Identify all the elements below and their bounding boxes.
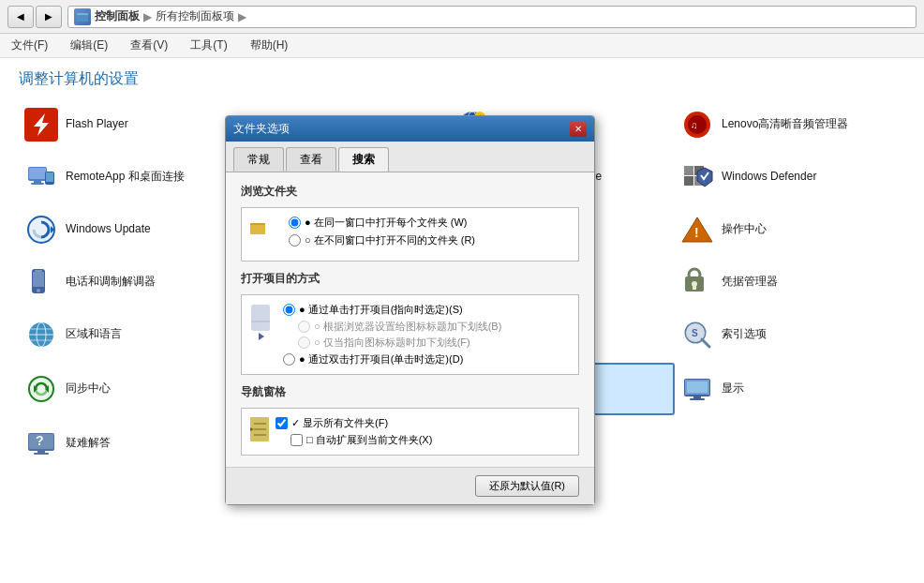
- radio-underline-browser[interactable]: ○ 根据浏览器设置给图标标题加下划线(B): [298, 320, 571, 334]
- svg-rect-40: [684, 176, 693, 186]
- radio-diff-window-label: ○ 在不同窗口中打开不同的文件夹 (R): [305, 233, 475, 247]
- svg-rect-61: [33, 272, 44, 287]
- control-defender[interactable]: Windows Defender: [675, 153, 924, 202]
- flash-player-icon: [24, 108, 58, 142]
- indexing-label: 索引选项: [722, 327, 767, 342]
- breadcrumb-separator: ▶: [143, 10, 152, 23]
- checkbox-expand-current-label: □ 自动扩展到当前文件夹(X): [306, 433, 432, 447]
- dialog-title: 文件夹选项: [233, 121, 290, 137]
- dialog-tab-general[interactable]: 常规: [233, 147, 284, 172]
- control-credential[interactable]: 凭据管理器: [675, 258, 924, 306]
- svg-text:?: ?: [36, 433, 44, 448]
- dialog-section1-title: 浏览文件夹: [241, 184, 579, 200]
- control-region[interactable]: 区域和语言: [19, 310, 234, 359]
- svg-rect-20: [29, 168, 46, 179]
- defender-icon: [680, 160, 714, 194]
- radio-same-window[interactable]: ● 在同一窗口中打开每个文件夹 (W): [289, 216, 475, 230]
- flash-player-label: Flash Player: [66, 117, 128, 132]
- nav-buttons: ◀ ▶: [7, 6, 62, 28]
- control-flash-player[interactable]: Flash Player: [19, 100, 234, 149]
- svg-rect-111: [690, 398, 705, 400]
- display-icon: [680, 372, 714, 406]
- folder-browse-icon: [249, 218, 276, 245]
- control-phone[interactable]: 电话和调制解调器: [19, 258, 234, 306]
- checkbox-show-all-label: ✓ 显示所有文件夹(F): [291, 416, 388, 430]
- dialog-tab-search[interactable]: 搜索: [338, 147, 389, 172]
- breadcrumb-allitems[interactable]: 所有控制面板项: [156, 8, 234, 24]
- forward-button[interactable]: ▶: [36, 6, 62, 28]
- menu-edit[interactable]: 编辑(E): [67, 36, 112, 55]
- breadcrumb-separator2: ▶: [238, 10, 246, 23]
- winupdate-icon: [24, 213, 58, 247]
- radio-double-click[interactable]: ● 通过双击打开项目(单击时选定)(D): [283, 352, 571, 366]
- svg-rect-38: [684, 166, 693, 175]
- svg-text:♫: ♫: [691, 120, 698, 130]
- menu-help[interactable]: 帮助(H): [246, 36, 292, 55]
- radio-diff-window-input[interactable]: [289, 234, 301, 247]
- checkbox-show-all[interactable]: ✓ 显示所有文件夹(F): [276, 416, 432, 430]
- phone-icon: [24, 265, 58, 299]
- radio-double-click-label: ● 通过双击打开项目(单击时选定)(D): [299, 352, 463, 366]
- svg-rect-119: [250, 225, 265, 234]
- browse-radio-group: ● 在同一窗口中打开每个文件夹 (W) ○ 在不同窗口中打开不同的文件夹 (R): [289, 216, 475, 247]
- breadcrumb-controlpanel[interactable]: 控制面板: [95, 8, 140, 24]
- sync-icon: [24, 372, 58, 406]
- control-panel-grid: Flash Player iCloud ★ I: [0, 97, 924, 471]
- control-indexing[interactable]: S 索引选项: [675, 310, 924, 359]
- remoteapp-icon: [24, 160, 58, 194]
- phone-label: 电话和调制解调器: [66, 275, 156, 290]
- radio-underline-browser-label: ○ 根据浏览器设置给图标标题加下划线(B): [314, 320, 501, 334]
- control-winupdate[interactable]: Windows Update: [19, 205, 234, 254]
- control-lenovo[interactable]: ♫ Lenovo高清晰音频管理器: [675, 100, 924, 149]
- checkbox-expand-current[interactable]: □ 自动扩展到当前文件夹(X): [291, 433, 432, 447]
- dialog-body: 浏览文件夹 ● 在同一窗口中打开每个文件夹 (W) ○: [226, 172, 594, 467]
- menu-file[interactable]: 文件(F): [7, 36, 52, 55]
- control-troubleshoot[interactable]: ? 疑难解答: [19, 419, 234, 468]
- remoteapp-label: RemoteApp 和桌面连接: [66, 170, 185, 185]
- lenovo-icon: ♫: [680, 108, 714, 142]
- lenovo-label: Lenovo高清晰音频管理器: [722, 117, 848, 132]
- dialog-tab-view[interactable]: 查看: [286, 147, 336, 172]
- menu-view[interactable]: 查看(V): [127, 36, 171, 55]
- svg-marker-122: [259, 333, 264, 340]
- svg-rect-120: [251, 305, 270, 331]
- radio-single-click-label: ● 通过单击打开项目(指向时选定)(S): [299, 303, 463, 317]
- radio-diff-window[interactable]: ○ 在不同窗口中打开不同的文件夹 (R): [289, 233, 475, 247]
- dialog-section2-title: 打开项目的方式: [241, 271, 579, 287]
- folder-options-dialog: 文件夹选项 ✕ 常规 查看 搜索 浏览文件夹 ● 在同一窗口中打开: [225, 115, 595, 505]
- page-title-bar: 调整计算机的设置: [0, 58, 924, 97]
- nav-tree-icon: [249, 416, 270, 442]
- control-remoteapp[interactable]: RemoteApp 和桌面连接: [19, 153, 234, 202]
- restore-defaults-button[interactable]: 还原为默认值(R): [475, 475, 579, 497]
- dialog-footer: 还原为默认值(R): [226, 467, 594, 504]
- action-label: 操作中心: [722, 222, 767, 237]
- control-display[interactable]: 显示: [675, 363, 924, 415]
- address-bar: ◀ ▶ 控制面板 ▶ 所有控制面板项 ▶: [0, 0, 924, 34]
- svg-rect-112: [687, 381, 708, 393]
- menu-tools[interactable]: 工具(T): [186, 36, 231, 55]
- dialog-close-button[interactable]: ✕: [570, 122, 587, 137]
- menu-bar: 文件(F) 编辑(E) 查看(V) 工具(T) 帮助(H): [0, 34, 924, 58]
- svg-rect-22: [31, 183, 44, 185]
- svg-line-96: [702, 339, 709, 347]
- region-label: 区域和语言: [66, 327, 122, 342]
- troubleshoot-label: 疑难解答: [66, 436, 111, 451]
- radio-single-click[interactable]: ● 通过单击打开项目(指向时选定)(S): [283, 303, 571, 317]
- svg-rect-74: [693, 286, 696, 290]
- radio-same-window-input[interactable]: [289, 217, 301, 229]
- page-title: 调整计算机的设置: [19, 70, 139, 86]
- svg-text:S: S: [692, 328, 698, 338]
- control-action[interactable]: ! 操作中心: [675, 205, 924, 254]
- back-button[interactable]: ◀: [7, 6, 34, 28]
- dialog-titlebar: 文件夹选项 ✕: [226, 116, 594, 142]
- svg-text:!: !: [694, 225, 699, 240]
- winupdate-label: Windows Update: [66, 222, 151, 237]
- control-sync[interactable]: 同步中心: [19, 363, 234, 415]
- dialog-section3-title: 导航窗格: [241, 384, 579, 400]
- click-icon: [249, 303, 276, 340]
- radio-underline-hover[interactable]: ○ 仅当指向图标标题时加下划线(F): [298, 336, 571, 350]
- radio-underline-hover-label: ○ 仅当指向图标标题时加下划线(F): [314, 336, 470, 350]
- display-label: 显示: [722, 381, 744, 396]
- action-icon: !: [680, 213, 714, 247]
- svg-rect-1: [77, 15, 88, 22]
